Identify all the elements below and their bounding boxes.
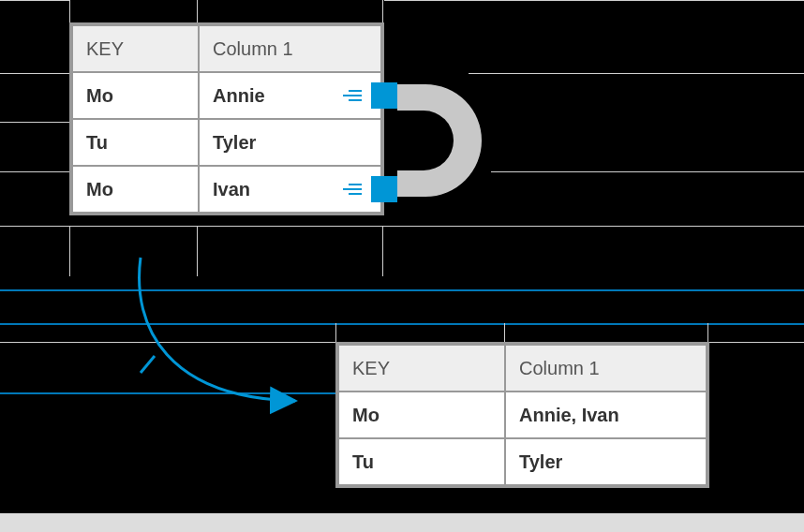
cell-value: Tyler bbox=[505, 438, 707, 485]
grid-line bbox=[707, 323, 708, 342]
footer-bar bbox=[0, 513, 804, 532]
grid-line bbox=[0, 226, 804, 227]
table-row: Mo Ivan bbox=[72, 166, 381, 213]
cell-key: Tu bbox=[72, 119, 199, 166]
table-row: Mo Annie bbox=[72, 72, 381, 119]
cell-value: Ivan bbox=[199, 166, 381, 213]
header-col1: Column 1 bbox=[199, 25, 381, 72]
cell-key: Mo bbox=[72, 166, 199, 213]
flow-arrow-icon bbox=[112, 253, 319, 431]
header-key: KEY bbox=[338, 345, 505, 392]
cell-text: Ivan bbox=[213, 179, 250, 200]
grid-line bbox=[0, 73, 69, 74]
cell-value: Tyler bbox=[199, 119, 381, 166]
source-table: KEY Column 1 Mo Annie Tu Tyler Mo Ivan bbox=[69, 22, 384, 215]
grid-line bbox=[469, 73, 804, 74]
cell-key: Tu bbox=[338, 438, 505, 485]
cell-key: Mo bbox=[338, 392, 505, 438]
header-col1: Column 1 bbox=[505, 345, 707, 392]
cell-text: Tyler bbox=[213, 132, 256, 153]
grid-line bbox=[504, 323, 505, 342]
grid-line bbox=[0, 171, 69, 172]
grid-line bbox=[382, 0, 383, 22]
grid-line bbox=[707, 342, 804, 343]
grid-line bbox=[197, 0, 198, 22]
join-lines-icon bbox=[343, 184, 362, 195]
table-row: Tu Tyler bbox=[72, 119, 381, 166]
grid-line bbox=[382, 226, 383, 276]
cell-text: Annie bbox=[213, 85, 265, 106]
grid-line bbox=[69, 0, 70, 22]
header-key: KEY bbox=[72, 25, 199, 72]
grid-line bbox=[0, 0, 69, 1]
grid-line bbox=[384, 0, 804, 1]
table-row: Mo Annie, Ivan bbox=[338, 392, 707, 438]
result-table: KEY Column 1 Mo Annie, Ivan Tu Tyler bbox=[335, 342, 709, 488]
grid-line bbox=[335, 323, 336, 342]
u-connector-icon bbox=[386, 84, 489, 208]
cell-value: Annie, Ivan bbox=[505, 392, 707, 438]
grid-line bbox=[491, 171, 804, 172]
cell-key: Mo bbox=[72, 72, 199, 119]
join-lines-icon bbox=[343, 90, 362, 101]
table-row: Tu Tyler bbox=[338, 438, 707, 485]
grid-line bbox=[0, 122, 69, 123]
cell-value: Annie bbox=[199, 72, 381, 119]
grid-line bbox=[69, 226, 70, 276]
